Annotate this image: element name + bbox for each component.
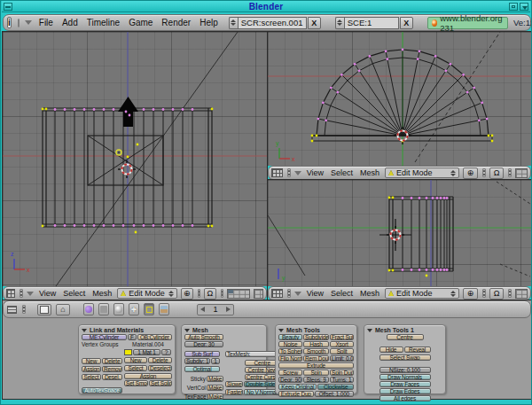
material-assign-button[interactable]: Assign xyxy=(124,373,172,379)
menu-game[interactable]: Game xyxy=(127,18,154,27)
screen-selector[interactable]: SCR:screen.001 X xyxy=(229,17,321,29)
panel-align-button[interactable] xyxy=(37,304,51,315)
menu-mesh[interactable]: Mesh xyxy=(90,289,113,298)
scene-context-button[interactable] xyxy=(159,303,169,315)
screen-delete-button[interactable]: X xyxy=(308,17,321,29)
reveal-button[interactable]: Reveal xyxy=(404,347,431,353)
set-smooth-button[interactable]: Set Smooth xyxy=(124,380,148,386)
home-button[interactable]: ⌂ xyxy=(56,304,70,315)
vgroup-delete-button[interactable]: Delete xyxy=(102,358,122,364)
viewport-side-canvas[interactable]: y xyxy=(268,180,531,286)
screen-selector-spinner-icon[interactable] xyxy=(229,17,238,29)
editing-context-button[interactable] xyxy=(144,303,154,315)
frame-prev-icon[interactable] xyxy=(200,307,205,312)
header-collapse-icon[interactable] xyxy=(294,292,301,296)
pivot-icon[interactable]: Ω xyxy=(489,167,505,179)
xsort-button[interactable]: Xsort xyxy=(330,341,354,347)
material-select-button[interactable]: Select xyxy=(124,365,147,371)
hide-button[interactable]: Hide xyxy=(379,347,403,353)
menu-render[interactable]: Render xyxy=(160,18,192,27)
screen-selector-value[interactable]: SCR:screen.001 xyxy=(238,17,307,29)
subdivide-button[interactable]: Subdivide xyxy=(303,334,329,340)
viewport-type-icon[interactable] xyxy=(6,289,15,298)
menu-help[interactable]: Help xyxy=(198,18,220,27)
clockwise-toggle[interactable]: Clockwise xyxy=(317,384,354,390)
optimal-toggle[interactable]: Optimal xyxy=(184,366,220,372)
layer-buttons[interactable] xyxy=(227,289,250,299)
draw-mode-icon[interactable]: ⊕ xyxy=(463,288,478,300)
rem-doubles-button[interactable]: Rem Doubl xyxy=(303,355,329,362)
layer-buttons[interactable] xyxy=(515,289,528,299)
viewport-type-icon[interactable] xyxy=(271,168,283,177)
autotexspace-toggle[interactable]: AutoTexSpace xyxy=(82,387,122,393)
menu-mesh[interactable]: Mesh xyxy=(358,289,381,298)
frame-stepper[interactable]: 1 xyxy=(197,304,234,315)
fake-user-button[interactable]: F xyxy=(128,334,137,340)
draw-faces-toggle[interactable]: Draw Faces xyxy=(379,381,431,387)
header-collapse-icon[interactable] xyxy=(294,171,301,175)
menu-view[interactable]: View xyxy=(37,289,58,298)
draw-edges-toggle[interactable]: Draw Edges xyxy=(379,388,431,394)
menu-mesh[interactable]: Mesh xyxy=(358,168,381,177)
object-context-button[interactable]: ✚ xyxy=(129,303,139,315)
hash-button[interactable]: Hash xyxy=(303,341,329,347)
material-deselect-button[interactable]: Deselect xyxy=(148,365,172,371)
menu-select[interactable]: Select xyxy=(329,289,355,298)
vgroup-remove-button[interactable]: Remove xyxy=(102,366,122,372)
menu-add[interactable]: Add xyxy=(60,18,80,27)
all-edges-toggle[interactable]: All edges xyxy=(379,395,431,401)
script-context-button[interactable] xyxy=(98,303,109,315)
smooth-button[interactable]: Smooth xyxy=(303,348,329,354)
scene-selector-value[interactable]: SCE:1 xyxy=(344,17,399,29)
pivot-icon[interactable]: Ω xyxy=(489,288,505,300)
menu-view[interactable]: View xyxy=(305,289,325,298)
viewport-front-canvas[interactable]: zx xyxy=(3,32,267,286)
layer-buttons[interactable] xyxy=(515,168,528,178)
maximize-button[interactable] xyxy=(509,3,518,11)
panel-title-row[interactable]: Link and Materials xyxy=(82,326,172,334)
window-type-icon[interactable] xyxy=(7,306,17,314)
centre-button[interactable]: Centre xyxy=(387,334,424,340)
slower-draw-button[interactable]: SlowerDr xyxy=(225,381,243,387)
scene-selector[interactable]: SCE:1 X xyxy=(335,17,413,29)
limit-spinner[interactable]: Limit: 0.001 xyxy=(330,355,354,362)
noise-button[interactable]: Noise xyxy=(278,341,302,347)
panel-title-row[interactable]: Mesh Tools xyxy=(278,326,354,334)
mode-dropdown[interactable]: Edit Mode xyxy=(385,288,459,299)
frame-next-icon[interactable] xyxy=(226,307,231,312)
mesh-datablock-field[interactable]: ME:Cylinder xyxy=(82,334,127,340)
scene-selector-spinner-icon[interactable] xyxy=(335,17,344,29)
panel-title-row[interactable]: Mesh Tools 1 xyxy=(367,326,442,334)
subdiv-spinner[interactable]: Subdiv: 1 xyxy=(184,358,210,364)
set-solid-button[interactable]: Set Solid xyxy=(149,380,172,386)
material-new-button[interactable]: New xyxy=(124,357,147,363)
menu-select[interactable]: Select xyxy=(61,289,87,298)
spin-dup-button[interactable]: Spin Dup xyxy=(330,370,354,376)
material-delete-button[interactable]: Delete xyxy=(148,357,172,363)
panel-collapse-icon[interactable] xyxy=(82,329,87,332)
offset-spinner[interactable]: Offset: 1.000 xyxy=(315,391,354,397)
viewport-top-canvas[interactable]: yx xyxy=(268,32,531,166)
menu-timeline[interactable]: Timeline xyxy=(85,18,121,27)
vgroup-assign-button[interactable]: Assign xyxy=(82,366,101,372)
pivot-icon[interactable]: Ω xyxy=(204,288,215,300)
screw-button[interactable]: Screw xyxy=(278,370,302,376)
panel-title-row[interactable]: Mesh xyxy=(184,326,263,334)
material-color-swatch[interactable] xyxy=(124,349,132,355)
texmesh-field[interactable]: TexMesh: xyxy=(225,351,280,357)
info-window-icon[interactable]: i xyxy=(7,17,12,28)
select-swap-button[interactable]: Select Swap xyxy=(379,354,431,361)
sticky-make-button[interactable]: Make xyxy=(207,376,223,382)
collapse-arrow-icon[interactable] xyxy=(25,20,32,25)
menu-select[interactable]: Select xyxy=(329,168,355,177)
vgroup-select-button[interactable]: Select xyxy=(82,374,101,380)
keep-original-toggle[interactable]: Keep Original xyxy=(278,384,317,390)
panel-collapse-icon[interactable] xyxy=(367,329,372,332)
draw-mode-icon[interactable]: ⊕ xyxy=(463,167,478,179)
vgroup-new-button[interactable]: New xyxy=(82,358,101,364)
extrude-dup-button[interactable]: Extrude Dup xyxy=(278,391,314,397)
vertcol-make-button[interactable]: Make xyxy=(207,385,223,391)
layer-buttons-extra[interactable] xyxy=(254,289,263,299)
extrude-button[interactable]: Extrude xyxy=(278,362,354,369)
logic-context-button[interactable] xyxy=(83,303,94,315)
